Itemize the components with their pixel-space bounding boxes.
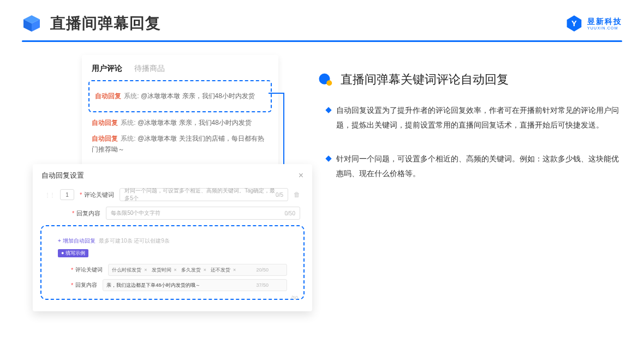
tab-pending-products[interactable]: 待播商品	[134, 64, 165, 74]
example-keyword-row: * 评论关键词 什么时候发货× 发货时间× 多久发货× 还不发货× 20/50	[71, 264, 287, 276]
tab-user-comments[interactable]: 用户评论	[92, 64, 122, 74]
required-dot-icon: *	[71, 282, 73, 288]
chat-bubble-icon	[318, 71, 334, 88]
tag-remove-icon[interactable]: ×	[204, 267, 206, 273]
sys-label: 系统:	[124, 92, 139, 100]
close-icon[interactable]: ×	[299, 171, 303, 180]
bullet-text: 自动回复设置为了提升作者的评论回复效率，作者可在开播前针对常见的评论用户问题，提…	[336, 103, 622, 132]
comment-text: @冰墩墩本墩 亲亲，我们48小时内发货	[138, 119, 252, 126]
brand-en: YUUXIN.COM	[587, 26, 622, 30]
tag-item: 还不发货	[211, 267, 230, 274]
comments-panel: 用户评论 待播商品 自动回复 系统: @冰墩墩本墩 亲亲，我们48小时内发货 自…	[82, 55, 278, 180]
comment-row: 自动回复 系统: @冰墩墩本墩 亲亲，我们48小时内发货	[95, 91, 265, 101]
keyword-input[interactable]: 对同一个问题，可设置多个相近、高频的关键词。Tag确定，最多5个 0/5	[120, 188, 288, 201]
content-input[interactable]: 每条限50个中文字符 0/50	[106, 207, 300, 220]
example-kw-count: 20/50	[256, 267, 269, 273]
bullet-item: 自动回复设置为了提升作者的评论回复效率，作者可在开播前针对常见的评论用户问题，提…	[326, 103, 622, 132]
content-label: * 回复内容	[72, 209, 100, 218]
left-column: 用户评论 待播商品 自动回复 系统: @冰墩墩本墩 亲亲，我们48小时内发货 自…	[22, 55, 300, 339]
bullet-text: 针对同一个问题，可设置多个相近的、高频的关键词。例如：这款多少钱、这块能优惠吗、…	[336, 152, 622, 180]
comments-tabs: 用户评论 待播商品	[92, 64, 269, 74]
comment-text: @冰墩墩本墩 亲亲，我们48小时内发货	[141, 92, 255, 100]
content-count: 0/50	[285, 210, 295, 216]
drag-handle-icon[interactable]: ⋮⋮	[45, 192, 55, 198]
brand-cn: 昱新科技	[587, 17, 622, 25]
add-hint: 最多可建10条 还可以创建9条	[99, 238, 169, 244]
brand-hex-icon: Y	[565, 15, 583, 32]
example-content-count: 37/50	[256, 282, 269, 288]
example-content-label-text: 回复内容	[75, 281, 97, 289]
tag-item: 发货时间	[152, 267, 171, 274]
brand-block: Y 昱新科技 YUUXIN.COM	[565, 15, 622, 32]
content-row: * 回复内容 每条限50个中文字符 0/50	[72, 207, 300, 220]
bullet-item: 针对同一个问题，可设置多个相近的、高频的关键词。例如：这款多少钱、这块能优惠吗、…	[326, 152, 622, 180]
content-placeholder: 每条限50个中文字符	[111, 209, 160, 217]
keyword-label-text: 评论关键词	[84, 191, 114, 199]
dialog-header: 自动回复设置 ×	[41, 171, 303, 180]
keyword-row: ⋮⋮ 1 * 评论关键词 对同一个问题，可设置多个相近、高频的关键词。Tag确定…	[45, 188, 300, 201]
header-left: 直播间弹幕回复	[22, 13, 161, 34]
ghost-count: /50	[291, 295, 298, 300]
add-auto-reply-link[interactable]: + 增加自动回复	[58, 238, 96, 244]
required-dot-icon: *	[72, 210, 74, 216]
example-keyword-label-text: 评论关键词	[75, 266, 103, 274]
example-content-row: * 回复内容 亲，我们这边都是下单48小时内发货的哦～ 37/50	[71, 279, 287, 291]
diamond-icon	[325, 107, 331, 113]
auto-reply-label: 自动回复	[95, 92, 121, 100]
highlight-box-top: 自动回复 系统: @冰墩墩本墩 亲亲，我们48小时内发货	[88, 80, 272, 112]
page-header: 直播间弹幕回复 Y 昱新科技 YUUXIN.COM	[0, 0, 644, 40]
tag-remove-icon[interactable]: ×	[233, 267, 236, 273]
section-title: 直播间弹幕关键词评论自动回复	[341, 71, 509, 88]
svg-point-6	[326, 80, 332, 86]
highlight-box-bottom: + 增加自动回复 最多可建10条 还可以创建9条 ● 填写示例 * 评论关键词 …	[40, 225, 305, 300]
section-head: 直播间弹幕关键词评论自动回复	[318, 71, 622, 88]
tag-remove-icon[interactable]: ×	[144, 267, 147, 273]
title-underline	[22, 40, 622, 42]
keyword-label: * 评论关键词	[80, 191, 114, 199]
tag-item: 多久发货	[181, 267, 201, 274]
content-label-text: 回复内容	[76, 209, 100, 218]
example-content-label: * 回复内容	[71, 281, 97, 289]
keyword-placeholder: 对同一个问题，可设置多个相近、高频的关键词。Tag确定，最多5个	[124, 187, 276, 202]
brand-text: 昱新科技 YUUXIN.COM	[587, 17, 622, 30]
dialog-title: 自动回复设置	[41, 171, 84, 180]
add-row: + 增加自动回复 最多可建10条 还可以创建9条	[58, 237, 287, 245]
cube-icon	[22, 14, 41, 33]
comment-row: 自动回复 系统: @冰墩墩本墩 关注我们的店铺，每日都有热门推荐呦～	[92, 134, 269, 154]
keyword-count: 0/5	[276, 192, 283, 198]
content-area: 用户评论 待播商品 自动回复 系统: @冰墩墩本墩 亲亲，我们48小时内发货 自…	[0, 55, 644, 339]
sequence-box: 1	[60, 189, 74, 200]
example-content-value: 亲，我们这边都是下单48小时内发货的哦～	[106, 282, 200, 289]
example-badge: ● 填写示例	[58, 249, 88, 257]
page-title: 直播间弹幕回复	[50, 13, 161, 34]
sys-label: 系统:	[121, 119, 135, 126]
sys-label: 系统:	[121, 135, 135, 142]
comment-row: 自动回复 系统: @冰墩墩本墩 亲亲，我们48小时内发货	[92, 118, 269, 128]
required-dot-icon: *	[80, 191, 82, 198]
required-dot-icon: *	[71, 267, 73, 273]
delete-icon[interactable]: 🗑	[294, 191, 300, 198]
diamond-icon	[325, 156, 331, 162]
example-keyword-label: * 评论关键词	[71, 266, 103, 274]
tag-remove-icon[interactable]: ×	[174, 267, 177, 273]
settings-dialog: 自动回复设置 × ⋮⋮ 1 * 评论关键词 对同一个问题，可设置多个相近、高频的…	[33, 164, 312, 311]
right-column: 直播间弹幕关键词评论自动回复 自动回复设置为了提升作者的评论回复效率，作者可在开…	[318, 55, 622, 339]
svg-text:Y: Y	[571, 19, 577, 28]
auto-reply-label: 自动回复	[92, 119, 118, 126]
auto-reply-label: 自动回复	[92, 135, 118, 142]
tag-item: 什么时候发货	[112, 267, 141, 274]
